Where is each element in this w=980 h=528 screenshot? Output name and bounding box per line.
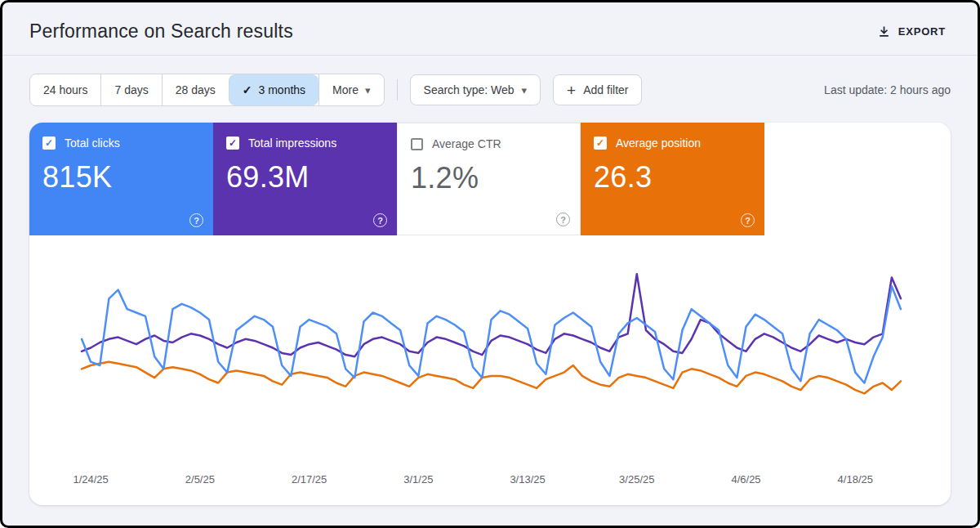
performance-chart: 1/24/252/5/252/17/253/1/253/13/253/25/25…: [29, 235, 951, 505]
date-range-28-days[interactable]: 28 days: [162, 74, 229, 105]
metric-value: 69.3M: [226, 160, 384, 195]
metric-card-average-position[interactable]: Average position 26.3: [581, 123, 764, 235]
checkbox-checked-icon[interactable]: [594, 136, 607, 150]
export-label: EXPORT: [898, 25, 946, 38]
performance-chart-svg: [29, 247, 951, 469]
metric-card-total-clicks[interactable]: Total clicks 815K: [29, 123, 213, 235]
metric-cards: Total clicks 815K Total impressions 69.3…: [29, 123, 951, 235]
x-axis-label: 2/5/25: [185, 473, 215, 485]
date-range-24-hours[interactable]: 24 hours: [30, 74, 100, 105]
x-axis-label: 2/17/25: [292, 473, 327, 485]
metric-label: Total clicks: [65, 136, 120, 150]
metric-label: Total impressions: [248, 136, 336, 150]
date-range-label: 28 days: [176, 83, 216, 96]
x-axis-labels: 1/24/252/5/252/17/253/1/253/13/253/25/25…: [29, 469, 951, 497]
x-axis-label: 4/18/25: [838, 473, 873, 485]
more-label: More: [332, 83, 359, 96]
page-title: Performance on Search results: [29, 20, 293, 43]
x-axis-label: 3/25/25: [619, 473, 654, 485]
toolbar: 24 hours 7 days 28 days 3 months More Se…: [2, 56, 978, 106]
chart-line: [82, 286, 901, 383]
chart-line: [82, 362, 901, 394]
help-icon[interactable]: [189, 213, 203, 227]
metric-value: 1.2%: [411, 161, 567, 195]
more-button[interactable]: More: [318, 74, 383, 105]
metric-value: 815K: [42, 160, 200, 195]
chevron-down-icon: [365, 83, 371, 96]
metric-header: Average CTR: [411, 137, 567, 150]
metric-label: Average CTR: [432, 137, 501, 150]
search-console-performance-page: Performance on Search results EXPORT 24 …: [0, 0, 980, 528]
x-axis-label: 4/6/25: [731, 473, 760, 485]
plus-icon: [567, 83, 576, 98]
metric-value: 26.3: [594, 160, 751, 195]
date-range-group: 24 hours 7 days 28 days 3 months More: [29, 74, 385, 106]
chevron-down-icon: [522, 83, 528, 96]
metric-header: Total impressions: [226, 136, 384, 150]
help-icon[interactable]: [556, 213, 570, 226]
metric-card-average-ctr[interactable]: Average CTR 1.2%: [397, 123, 581, 235]
header: Performance on Search results EXPORT: [2, 2, 978, 55]
last-update-text: Last update: 2 hours ago: [824, 83, 951, 96]
date-range-label: 24 hours: [43, 83, 87, 96]
date-range-7-days[interactable]: 7 days: [100, 74, 161, 105]
x-axis-label: 3/13/25: [510, 473, 545, 485]
report-card: Total clicks 815K Total impressions 69.3…: [29, 123, 951, 505]
search-type-label: Search type: Web: [424, 83, 514, 96]
check-icon: [243, 83, 252, 96]
metric-header: Average position: [594, 136, 751, 150]
checkbox-checked-icon[interactable]: [226, 136, 239, 150]
add-filter-label: Add filter: [583, 83, 628, 96]
checkbox-unchecked-icon[interactable]: [411, 138, 423, 150]
toolbar-divider: [397, 79, 398, 101]
help-icon[interactable]: [741, 213, 755, 227]
date-range-label: 7 days: [114, 83, 148, 96]
date-range-label: 3 months: [259, 83, 306, 96]
date-range-3-months[interactable]: 3 months: [229, 74, 318, 105]
search-type-filter[interactable]: Search type: Web: [410, 74, 541, 105]
help-icon[interactable]: [373, 213, 387, 227]
add-filter-button[interactable]: Add filter: [553, 74, 642, 105]
metric-header: Total clicks: [42, 136, 200, 150]
metric-label: Average position: [616, 136, 701, 150]
metric-card-total-impressions[interactable]: Total impressions 69.3M: [213, 123, 397, 235]
download-icon: [877, 25, 891, 38]
checkbox-checked-icon[interactable]: [42, 136, 56, 150]
x-axis-label: 3/1/25: [403, 473, 433, 485]
x-axis-label: 1/24/25: [73, 473, 108, 485]
export-button[interactable]: EXPORT: [872, 24, 951, 39]
